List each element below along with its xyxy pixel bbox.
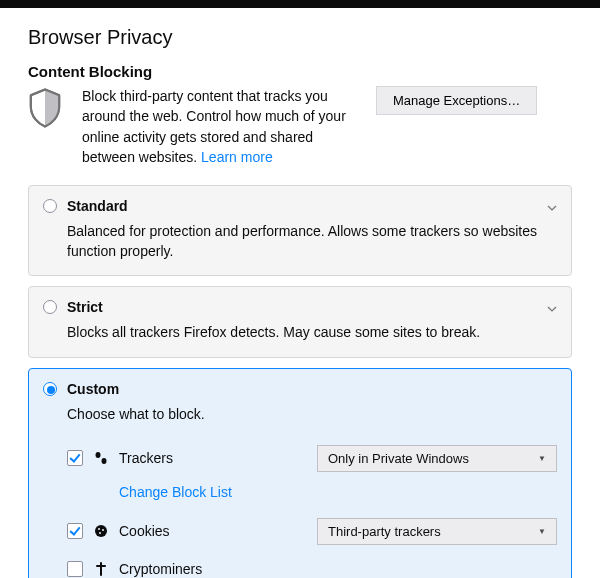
option-custom[interactable]: Custom Choose what to block. Trackers On… (28, 368, 572, 578)
radio-strict[interactable] (43, 300, 57, 314)
option-strict[interactable]: Strict Blocks all trackers Firefox detec… (28, 286, 572, 358)
desc-strict: Blocks all trackers Firefox detects. May… (67, 323, 557, 343)
row-cookies: Cookies Third-party trackers ▼ (67, 510, 557, 553)
radio-custom[interactable] (43, 382, 57, 396)
svg-point-1 (102, 458, 107, 464)
section-title: Content Blocking (28, 63, 572, 80)
label-strict: Strict (67, 299, 103, 315)
radio-standard[interactable] (43, 199, 57, 213)
learn-more-link[interactable]: Learn more (201, 149, 273, 165)
custom-block-list: Trackers Only in Private Windows ▼ Chang… (67, 437, 557, 578)
svg-point-2 (95, 525, 107, 537)
option-standard[interactable]: Standard Balanced for protection and per… (28, 185, 572, 276)
chevron-down-icon: ▼ (538, 527, 546, 536)
privacy-panel: Browser Privacy Content Blocking Block t… (0, 8, 600, 578)
chevron-down-icon (547, 301, 557, 311)
select-cookies-value: Third-party trackers (328, 524, 441, 539)
cookies-icon (93, 524, 109, 538)
chevron-down-icon: ▼ (538, 454, 546, 463)
shield-icon (28, 86, 68, 131)
label-cryptominers: Cryptominers (119, 561, 259, 577)
chevron-down-icon (547, 200, 557, 210)
svg-point-5 (99, 532, 101, 534)
label-trackers: Trackers (119, 450, 259, 466)
page-title: Browser Privacy (28, 26, 572, 49)
row-cryptominers: Cryptominers (67, 553, 557, 578)
svg-point-4 (102, 529, 104, 531)
content-blocking-intro: Block third-party content that tracks yo… (28, 86, 572, 167)
label-cookies: Cookies (119, 523, 259, 539)
select-trackers[interactable]: Only in Private Windows ▼ (317, 445, 557, 472)
label-custom: Custom (67, 381, 119, 397)
select-trackers-value: Only in Private Windows (328, 451, 469, 466)
checkbox-cookies[interactable] (67, 523, 83, 539)
select-cookies[interactable]: Third-party trackers ▼ (317, 518, 557, 545)
checkbox-cryptominers[interactable] (67, 561, 83, 577)
svg-point-3 (98, 528, 100, 530)
cryptominers-icon (93, 562, 109, 576)
row-trackers: Trackers Only in Private Windows ▼ (67, 437, 557, 480)
label-standard: Standard (67, 198, 128, 214)
trackers-icon (93, 451, 109, 465)
intro-text: Block third-party content that tracks yo… (82, 86, 362, 167)
desc-standard: Balanced for protection and performance.… (67, 222, 557, 261)
change-block-list-link[interactable]: Change Block List (119, 480, 557, 510)
checkbox-trackers[interactable] (67, 450, 83, 466)
manage-exceptions-button[interactable]: Manage Exceptions… (376, 86, 537, 115)
svg-point-0 (96, 452, 101, 458)
desc-custom: Choose what to block. (67, 405, 557, 425)
